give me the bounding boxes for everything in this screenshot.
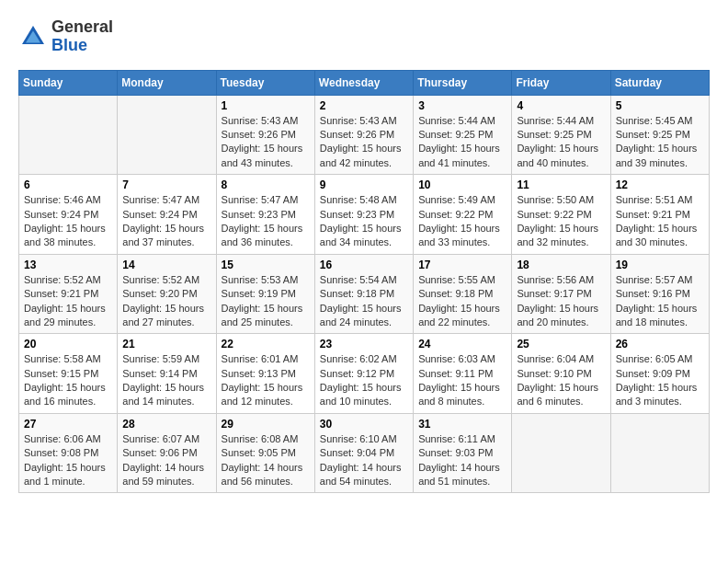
calendar-cell: 27Sunrise: 6:06 AM Sunset: 9:08 PM Dayli…	[19, 413, 118, 493]
calendar-cell: 1Sunrise: 5:43 AM Sunset: 9:26 PM Daylig…	[216, 95, 314, 175]
calendar-cell: 17Sunrise: 5:55 AM Sunset: 9:18 PM Dayli…	[414, 254, 512, 334]
day-number: 16	[320, 259, 408, 271]
day-info: Sunrise: 5:53 AM Sunset: 9:19 PM Dayligh…	[222, 273, 310, 330]
day-number: 25	[517, 338, 605, 350]
day-number: 18	[517, 259, 605, 271]
day-info: Sunrise: 5:43 AM Sunset: 9:26 PM Dayligh…	[320, 114, 408, 171]
day-number: 5	[616, 99, 704, 112]
day-number: 3	[418, 99, 506, 112]
calendar-cell: 22Sunrise: 6:01 AM Sunset: 9:13 PM Dayli…	[216, 334, 314, 414]
day-info: Sunrise: 5:59 AM Sunset: 9:14 PM Dayligh…	[122, 352, 210, 409]
day-info: Sunrise: 6:05 AM Sunset: 9:09 PM Dayligh…	[616, 352, 704, 409]
calendar-cell: 2Sunrise: 5:43 AM Sunset: 9:26 PM Daylig…	[314, 95, 413, 175]
weekday-header-saturday: Saturday	[610, 70, 709, 95]
calendar-cell: 14Sunrise: 5:52 AM Sunset: 9:20 PM Dayli…	[118, 254, 216, 334]
day-number: 10	[418, 178, 506, 191]
day-info: Sunrise: 5:47 AM Sunset: 9:24 PM Dayligh…	[122, 193, 210, 250]
weekday-header-tuesday: Tuesday	[216, 70, 314, 95]
day-info: Sunrise: 5:57 AM Sunset: 9:16 PM Dayligh…	[616, 273, 704, 330]
calendar-cell: 18Sunrise: 5:56 AM Sunset: 9:17 PM Dayli…	[512, 254, 610, 334]
day-number: 21	[122, 338, 210, 350]
calendar-cell: 19Sunrise: 5:57 AM Sunset: 9:16 PM Dayli…	[610, 254, 709, 334]
calendar-cell: 20Sunrise: 5:58 AM Sunset: 9:15 PM Dayli…	[19, 334, 118, 414]
day-info: Sunrise: 5:50 AM Sunset: 9:22 PM Dayligh…	[517, 193, 605, 250]
day-number: 31	[418, 418, 506, 431]
day-number: 13	[24, 259, 112, 271]
day-info: Sunrise: 5:44 AM Sunset: 9:25 PM Dayligh…	[418, 114, 506, 171]
day-number: 26	[616, 338, 704, 350]
calendar-cell: 30Sunrise: 6:10 AM Sunset: 9:04 PM Dayli…	[314, 413, 413, 493]
logo-text: General Blue	[51, 18, 113, 55]
calendar-week-4: 20Sunrise: 5:58 AM Sunset: 9:15 PM Dayli…	[19, 334, 710, 414]
calendar-cell	[19, 95, 118, 175]
day-number: 9	[320, 178, 408, 191]
day-number: 20	[24, 338, 112, 350]
calendar-cell: 3Sunrise: 5:44 AM Sunset: 9:25 PM Daylig…	[414, 95, 512, 175]
calendar-cell: 25Sunrise: 6:04 AM Sunset: 9:10 PM Dayli…	[512, 334, 610, 414]
calendar-cell: 21Sunrise: 5:59 AM Sunset: 9:14 PM Dayli…	[118, 334, 216, 414]
day-info: Sunrise: 5:48 AM Sunset: 9:23 PM Dayligh…	[320, 193, 408, 250]
day-info: Sunrise: 5:45 AM Sunset: 9:25 PM Dayligh…	[616, 114, 704, 171]
day-info: Sunrise: 6:04 AM Sunset: 9:10 PM Dayligh…	[517, 352, 605, 409]
page-header: General Blue	[18, 18, 710, 55]
day-number: 28	[122, 418, 210, 431]
day-number: 8	[222, 178, 310, 191]
calendar-cell: 24Sunrise: 6:03 AM Sunset: 9:11 PM Dayli…	[414, 334, 512, 414]
day-number: 7	[122, 178, 210, 191]
day-info: Sunrise: 6:01 AM Sunset: 9:13 PM Dayligh…	[222, 352, 310, 409]
weekday-header-friday: Friday	[512, 70, 610, 95]
day-info: Sunrise: 5:44 AM Sunset: 9:25 PM Dayligh…	[517, 114, 605, 171]
day-number: 22	[222, 338, 310, 350]
day-info: Sunrise: 6:10 AM Sunset: 9:04 PM Dayligh…	[320, 432, 408, 489]
day-info: Sunrise: 6:06 AM Sunset: 9:08 PM Dayligh…	[24, 432, 112, 489]
day-info: Sunrise: 5:46 AM Sunset: 9:24 PM Dayligh…	[24, 193, 112, 250]
weekday-header-wednesday: Wednesday	[314, 70, 413, 95]
calendar-cell: 11Sunrise: 5:50 AM Sunset: 9:22 PM Dayli…	[512, 175, 610, 255]
calendar-cell: 23Sunrise: 6:02 AM Sunset: 9:12 PM Dayli…	[314, 334, 413, 414]
day-info: Sunrise: 5:47 AM Sunset: 9:23 PM Dayligh…	[222, 193, 310, 250]
weekday-header-sunday: Sunday	[19, 70, 118, 95]
weekday-header-thursday: Thursday	[414, 70, 512, 95]
calendar-cell: 4Sunrise: 5:44 AM Sunset: 9:25 PM Daylig…	[512, 95, 610, 175]
day-info: Sunrise: 6:08 AM Sunset: 9:05 PM Dayligh…	[222, 432, 310, 489]
calendar-cell: 31Sunrise: 6:11 AM Sunset: 9:03 PM Dayli…	[414, 413, 512, 493]
day-number: 23	[320, 338, 408, 350]
day-info: Sunrise: 6:07 AM Sunset: 9:06 PM Dayligh…	[122, 432, 210, 489]
day-number: 12	[616, 178, 704, 191]
day-number: 30	[320, 418, 408, 431]
day-number: 2	[320, 99, 408, 112]
day-number: 17	[418, 259, 506, 271]
day-number: 1	[222, 99, 310, 112]
logo: General Blue	[18, 18, 113, 55]
day-info: Sunrise: 5:51 AM Sunset: 9:21 PM Dayligh…	[616, 193, 704, 250]
calendar-cell: 16Sunrise: 5:54 AM Sunset: 9:18 PM Dayli…	[314, 254, 413, 334]
calendar-cell	[512, 413, 610, 493]
calendar-cell: 10Sunrise: 5:49 AM Sunset: 9:22 PM Dayli…	[414, 175, 512, 255]
calendar-cell: 15Sunrise: 5:53 AM Sunset: 9:19 PM Dayli…	[216, 254, 314, 334]
day-info: Sunrise: 5:43 AM Sunset: 9:26 PM Dayligh…	[222, 114, 310, 171]
day-number: 6	[24, 178, 112, 191]
calendar-cell: 13Sunrise: 5:52 AM Sunset: 9:21 PM Dayli…	[19, 254, 118, 334]
calendar-cell: 29Sunrise: 6:08 AM Sunset: 9:05 PM Dayli…	[216, 413, 314, 493]
day-number: 11	[517, 178, 605, 191]
calendar-cell: 9Sunrise: 5:48 AM Sunset: 9:23 PM Daylig…	[314, 175, 413, 255]
day-number: 19	[616, 259, 704, 271]
calendar-week-3: 13Sunrise: 5:52 AM Sunset: 9:21 PM Dayli…	[19, 254, 710, 334]
calendar-table: SundayMondayTuesdayWednesdayThursdayFrid…	[18, 70, 710, 494]
day-info: Sunrise: 5:58 AM Sunset: 9:15 PM Dayligh…	[24, 352, 112, 409]
day-number: 14	[122, 259, 210, 271]
calendar-week-5: 27Sunrise: 6:06 AM Sunset: 9:08 PM Dayli…	[19, 413, 710, 493]
calendar-week-1: 1Sunrise: 5:43 AM Sunset: 9:26 PM Daylig…	[19, 95, 710, 175]
calendar-cell	[118, 95, 216, 175]
logo-icon	[18, 22, 48, 52]
calendar-cell: 7Sunrise: 5:47 AM Sunset: 9:24 PM Daylig…	[118, 175, 216, 255]
day-number: 27	[24, 418, 112, 431]
day-info: Sunrise: 5:56 AM Sunset: 9:17 PM Dayligh…	[517, 273, 605, 330]
calendar-header: SundayMondayTuesdayWednesdayThursdayFrid…	[19, 70, 710, 95]
day-number: 15	[222, 259, 310, 271]
calendar-cell: 8Sunrise: 5:47 AM Sunset: 9:23 PM Daylig…	[216, 175, 314, 255]
weekday-header-monday: Monday	[118, 70, 216, 95]
day-info: Sunrise: 5:54 AM Sunset: 9:18 PM Dayligh…	[320, 273, 408, 330]
day-info: Sunrise: 5:52 AM Sunset: 9:20 PM Dayligh…	[122, 273, 210, 330]
day-number: 29	[222, 418, 310, 431]
